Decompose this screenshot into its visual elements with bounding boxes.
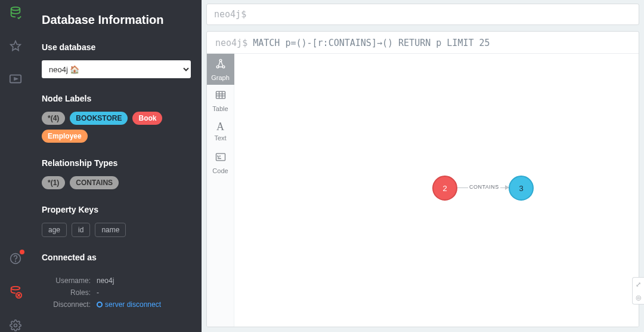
star-icon[interactable] — [9, 39, 22, 53]
graph-node[interactable]: 2 — [432, 176, 457, 201]
svg-marker-1 — [11, 41, 21, 51]
result-query: MATCH p=()-[r:CONTAINS]→() RETURN p LIMI… — [253, 38, 490, 48]
cypher-editor[interactable]: neo4j$ — [206, 4, 639, 25]
code-icon — [215, 151, 227, 165]
property-key[interactable]: age — [42, 223, 67, 237]
result-card: neo4j$ MATCH p=()-[r:CONTAINS]→() RETURN… — [206, 31, 639, 327]
graph-edge-label: CONTAINS — [468, 184, 500, 190]
username-value: neo4j — [97, 276, 114, 285]
connected-as-group: Connected as Username:neo4j Roles:- Disc… — [42, 253, 191, 312]
database-select[interactable]: neo4j 🏠 — [42, 60, 191, 78]
relationship-types-title: Relationship Types — [42, 158, 191, 168]
relationship-types-group: Relationship Types *(1) CONTAINS — [42, 158, 191, 189]
roles-value: - — [97, 288, 99, 297]
editor-prompt: neo4j$ — [214, 9, 246, 20]
connected-as-title: Connected as — [42, 253, 191, 262]
svg-point-5 — [16, 261, 16, 262]
tab-code-label: Code — [212, 167, 228, 174]
rel-type-chip[interactable]: CONTAINS — [70, 176, 119, 189]
graph-node[interactable]: 3 — [509, 176, 534, 201]
help-icon[interactable] — [9, 252, 22, 265]
tab-text-label: Text — [214, 134, 226, 142]
node-label-chip[interactable]: *(4) — [42, 112, 65, 125]
tab-graph-label: Graph — [211, 74, 230, 81]
result-query-header: neo4j$ MATCH p=()-[r:CONTAINS]→() RETURN… — [207, 32, 639, 54]
tab-text[interactable]: A Text — [207, 116, 234, 147]
text-icon: A — [216, 121, 224, 132]
use-database-group: Use database neo4j 🏠 — [42, 42, 191, 78]
sidebar: Database Information Use database neo4j … — [31, 0, 202, 332]
svg-marker-3 — [14, 78, 17, 80]
use-database-label: Use database — [42, 42, 191, 52]
svg-point-0 — [11, 7, 20, 11]
svg-point-8 — [14, 324, 17, 327]
svg-point-6 — [11, 287, 20, 290]
table-icon — [215, 89, 227, 103]
tab-table[interactable]: Table — [207, 85, 234, 116]
svg-rect-13 — [216, 153, 225, 161]
node-label-chip[interactable]: BOOKSTORE — [70, 112, 128, 125]
svg-rect-12 — [216, 91, 225, 99]
svg-rect-2 — [10, 75, 21, 83]
target-icon: ◎ — [636, 294, 642, 302]
roles-label: Roles: — [42, 288, 91, 297]
gear-icon[interactable] — [9, 319, 22, 332]
tab-graph[interactable]: Graph — [207, 54, 234, 85]
viz-tabs: Graph Table A Text — [207, 54, 234, 327]
graph-canvas[interactable]: CONTAINS 2 3 — [234, 54, 639, 327]
result-prompt: neo4j$ — [215, 38, 247, 48]
rel-type-chip[interactable]: *(1) — [42, 176, 65, 189]
property-key[interactable]: name — [95, 223, 126, 237]
canvas-side-toggle[interactable]: ⤢ ◎ — [632, 277, 644, 305]
tab-code[interactable]: Code — [207, 147, 234, 178]
node-label-chip[interactable]: Employee — [42, 130, 88, 143]
graph-icon — [215, 58, 227, 72]
icon-rail — [0, 0, 31, 332]
node-label-chip[interactable]: Book — [132, 112, 162, 125]
tab-table-label: Table — [212, 105, 228, 112]
node-labels-title: Node Labels — [42, 94, 191, 103]
sidebar-title: Database Information — [42, 13, 191, 27]
svg-point-11 — [219, 59, 222, 62]
disconnect-icon[interactable] — [9, 285, 22, 299]
disconnect-label: Disconnect: — [42, 300, 91, 309]
play-icon[interactable] — [9, 73, 22, 86]
expand-icon: ⤢ — [636, 281, 641, 288]
node-labels-group: Node Labels *(4) BOOKSTORE Book Employee — [42, 94, 191, 143]
server-disconnect-link[interactable]: server disconnect — [97, 300, 161, 309]
main-area: neo4j$ neo4j$ MATCH p=()-[r:CONTAINS]→()… — [202, 0, 644, 332]
property-keys-group: Property Keys age id name — [42, 205, 191, 237]
database-icon[interactable] — [9, 6, 22, 19]
property-key[interactable]: id — [72, 223, 90, 237]
username-label: Username: — [42, 276, 91, 285]
property-keys-title: Property Keys — [42, 205, 191, 214]
